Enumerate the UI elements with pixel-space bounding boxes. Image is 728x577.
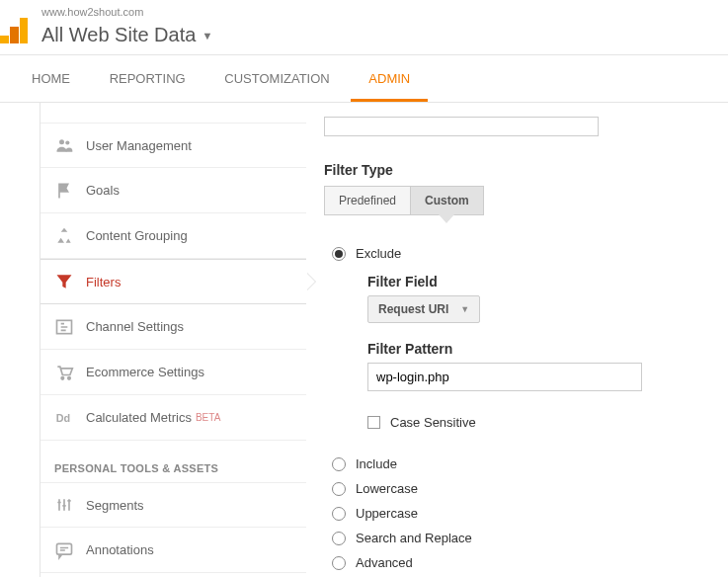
- property-selector[interactable]: All Web Site Data ▼: [0, 24, 728, 54]
- radio-search-replace-row[interactable]: Search and Replace: [324, 526, 710, 550]
- radio-advanced-row[interactable]: Advanced: [324, 550, 710, 575]
- sidebar-item-label: Channel Settings: [86, 319, 184, 334]
- radio-exclude[interactable]: [332, 247, 346, 261]
- case-sensitive-label: Case Sensitive: [390, 415, 476, 430]
- tab-reporting[interactable]: REPORTING: [92, 55, 203, 102]
- caret-down-icon: ▼: [460, 304, 469, 314]
- svg-point-4: [68, 376, 71, 379]
- sidebar-item-label: Calculated Metrics: [86, 410, 192, 425]
- sidebar-item-label: Content Grouping: [86, 228, 188, 243]
- dropdown-value: Request URI: [378, 302, 448, 316]
- filter-pattern-input[interactable]: [367, 363, 642, 391]
- tab-customization[interactable]: CUSTOMIZATION: [206, 55, 347, 102]
- sidebar-item-annotations[interactable]: Annotations: [40, 528, 306, 573]
- radio-uppercase-row[interactable]: Uppercase: [324, 501, 710, 526]
- dd-icon: Dd: [54, 408, 74, 428]
- radio-label: Advanced: [356, 555, 413, 570]
- host-label: www.how2shout.com: [41, 6, 728, 18]
- filter-field-label: Filter Field: [367, 274, 710, 289]
- sidebar-item-user-management[interactable]: User Management: [40, 123, 306, 168]
- sidebar-item-label: Segments: [86, 498, 144, 513]
- filter-pattern-label: Filter Pattern: [367, 341, 710, 357]
- flag-icon: [54, 181, 74, 201]
- view-sidebar: User Management Goals Content Grouping F…: [40, 103, 306, 577]
- caret-down-icon: ▼: [202, 30, 212, 41]
- case-sensitive-checkbox[interactable]: [367, 416, 380, 429]
- filter-field-dropdown[interactable]: Request URI ▼: [367, 295, 480, 323]
- svg-rect-6: [57, 543, 72, 554]
- radio-lowercase-row[interactable]: Lowercase: [324, 476, 710, 501]
- radio-label: Search and Replace: [356, 531, 472, 545]
- tab-home[interactable]: HOME: [14, 55, 88, 102]
- radio-label: Uppercase: [356, 506, 418, 521]
- filter-type-custom[interactable]: Custom: [411, 186, 484, 215]
- sidebar-item-filters[interactable]: Filters: [40, 259, 306, 304]
- sidebar-item-label: Annotations: [86, 542, 154, 557]
- segments-icon: [54, 495, 74, 515]
- annotation-icon: [54, 540, 74, 560]
- channel-icon: [54, 317, 74, 337]
- sidebar-item-channel-settings[interactable]: Channel Settings: [40, 304, 306, 350]
- main-panel: Filter Type Predefined Custom Exclude Fi…: [306, 103, 728, 577]
- sidebar-section-head: PERSONAL TOOLS & ASSETS: [40, 441, 306, 482]
- radio-label: Lowercase: [356, 481, 418, 496]
- group-icon: [54, 226, 74, 246]
- radio-label: Exclude: [356, 246, 401, 261]
- radio-include[interactable]: [332, 457, 346, 471]
- sidebar-item-ecommerce-settings[interactable]: Ecommerce Settings: [40, 350, 306, 395]
- filter-type-label: Filter Type: [324, 162, 710, 178]
- sidebar-item-content-grouping[interactable]: Content Grouping: [40, 213, 306, 259]
- radio-include-row[interactable]: Include: [324, 452, 710, 476]
- beta-badge: BETA: [196, 412, 220, 423]
- sidebar-item-label: User Management: [86, 138, 192, 153]
- cart-icon: [54, 363, 74, 382]
- radio-exclude-row[interactable]: Exclude: [324, 241, 710, 266]
- sidebar-item-label: Goals: [86, 183, 120, 198]
- sidebar-item-segments[interactable]: Segments: [40, 482, 306, 528]
- ga-logo-icon: [0, 18, 28, 43]
- svg-point-1: [65, 140, 69, 144]
- tab-admin[interactable]: ADMIN: [351, 55, 428, 102]
- filter-type-predefined[interactable]: Predefined: [324, 186, 411, 215]
- sidebar-item-calculated-metrics[interactable]: Dd Calculated Metrics BETA: [40, 395, 306, 441]
- radio-lowercase[interactable]: [332, 482, 346, 496]
- sidebar-item-label: Ecommerce Settings: [86, 365, 204, 379]
- sidebar-item-label: Filters: [86, 275, 121, 289]
- primary-tabs: HOME REPORTING CUSTOMIZATION ADMIN: [0, 54, 728, 103]
- svg-point-0: [59, 139, 64, 144]
- radio-advanced[interactable]: [332, 556, 346, 570]
- radio-search-replace[interactable]: [332, 532, 346, 545]
- svg-text:Dd: Dd: [56, 412, 70, 424]
- users-icon: [54, 135, 74, 155]
- funnel-icon: [54, 272, 74, 291]
- radio-label: Include: [356, 456, 397, 471]
- svg-point-3: [61, 376, 64, 379]
- filter-type-toggle: Predefined Custom: [324, 186, 710, 215]
- radio-uppercase[interactable]: [332, 507, 346, 521]
- sidebar-item-goals[interactable]: Goals: [40, 168, 306, 213]
- property-title: All Web Site Data: [41, 24, 196, 46]
- filter-name-input[interactable]: [324, 117, 599, 136]
